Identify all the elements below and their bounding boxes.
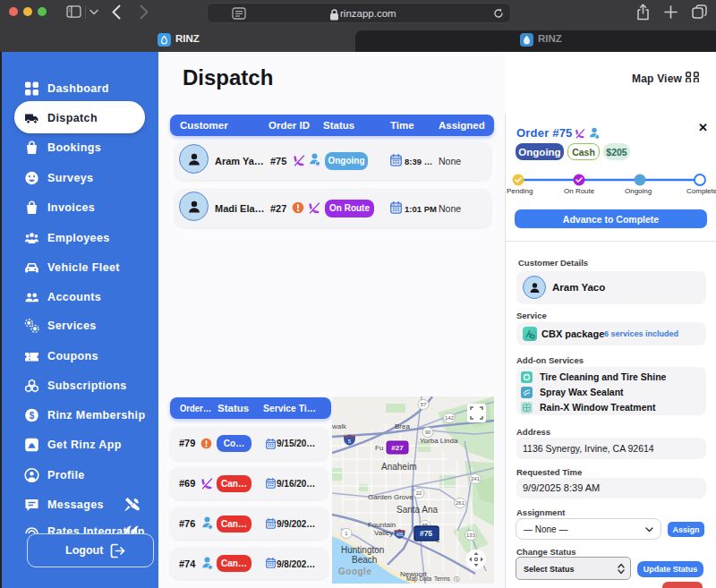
svg-text:Huntington: Huntington	[341, 545, 384, 555]
svg-text:#27: #27	[391, 444, 404, 452]
svg-text:241: 241	[471, 476, 481, 481]
svg-text:Santa Ana: Santa Ana	[396, 505, 439, 515]
svg-text:Yorba Linda: Yorba Linda	[420, 437, 458, 445]
svg-text:$: $	[30, 410, 35, 420]
svg-text:Valley: Valley	[374, 529, 393, 537]
svg-text:57: 57	[421, 402, 427, 407]
svg-text:133: 133	[466, 533, 476, 538]
svg-text:Map Data: Map Data	[406, 575, 432, 583]
svg-text:261: 261	[456, 500, 465, 506]
svg-text:22: 22	[416, 490, 422, 496]
svg-text:405: 405	[396, 533, 404, 537]
svg-text:90: 90	[425, 430, 431, 435]
svg-text:Beach: Beach	[352, 555, 377, 565]
svg-text:walk: walk	[332, 422, 347, 430]
svg-text:Terms: Terms	[434, 575, 450, 582]
svg-text:ⓘ: ⓘ	[454, 575, 460, 582]
svg-text:Anaheim: Anaheim	[381, 462, 416, 472]
svg-text:Google: Google	[338, 567, 371, 576]
svg-text:Fountain: Fountain	[368, 521, 396, 529]
svg-text:Brea: Brea	[395, 422, 410, 430]
svg-text:142: 142	[445, 415, 455, 421]
svg-text:#75: #75	[420, 529, 432, 538]
svg-text:Garden Grove: Garden Grove	[368, 493, 413, 501]
svg-text:Fu: Fu	[375, 444, 383, 452]
